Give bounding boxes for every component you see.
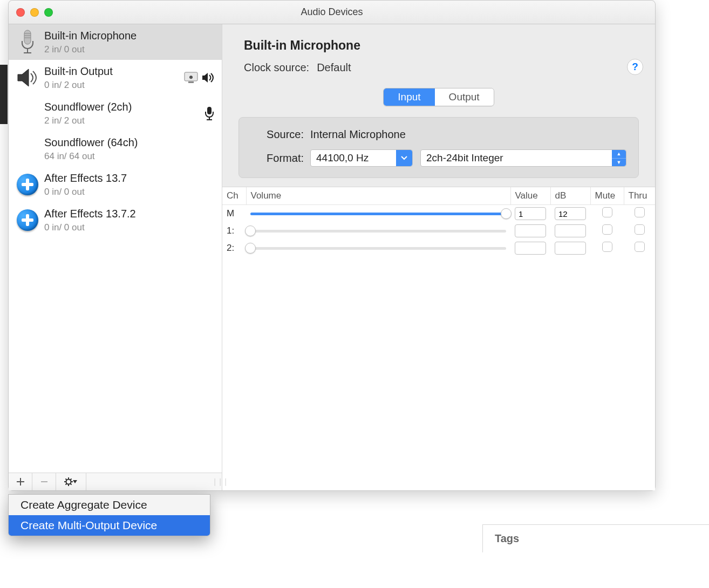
device-name: After Effects 13.7 — [44, 171, 216, 185]
svg-line-20 — [65, 478, 66, 480]
svg-rect-0 — [24, 30, 31, 44]
db-input-2[interactable] — [555, 242, 586, 255]
close-window-button[interactable] — [16, 8, 25, 17]
col-db: dB — [550, 187, 590, 205]
db-input-master[interactable] — [555, 207, 586, 220]
mute-checkbox-1[interactable] — [602, 224, 612, 235]
col-thru: Thru — [624, 187, 655, 205]
col-mute: Mute — [590, 187, 624, 205]
mute-checkbox-2[interactable] — [602, 242, 612, 252]
device-name: Built-in Microphone — [44, 29, 216, 43]
clock-source-value[interactable]: Default — [317, 61, 351, 74]
source-value[interactable]: Internal Microphone — [310, 128, 406, 141]
main-panel: Built-in Microphone Clock source: Defaul… — [222, 24, 655, 490]
minimize-window-button[interactable] — [30, 8, 39, 17]
content: Built-in Microphone 2 in/ 0 out Built-in… — [9, 24, 655, 490]
value-input-2[interactable] — [515, 242, 546, 255]
speaker-icon — [13, 63, 42, 92]
device-badges: ☻ — [184, 72, 216, 84]
source-format-panel: Source: Internal Microphone Format: 4410… — [238, 117, 639, 178]
system-output-icon: ☻ — [184, 72, 198, 84]
device-text: After Effects 13.7 0 in/ 0 out — [42, 171, 216, 198]
chevron-down-icon — [396, 150, 412, 166]
device-item-built-in-microphone[interactable]: Built-in Microphone 2 in/ 0 out — [9, 24, 222, 60]
device-text: Soundflower (64ch) 64 in/ 64 out — [42, 135, 216, 162]
format-row: Format: 44100,0 Hz 2ch-24bit Integer ▲▼ — [251, 149, 626, 167]
resize-grip-icon[interactable]: ⎹⎹⎹ — [211, 473, 222, 490]
volume-slider-1[interactable] — [250, 224, 506, 237]
background-strip — [0, 65, 8, 124]
window-controls — [16, 8, 53, 17]
window-title: Audio Devices — [9, 6, 655, 18]
db-input-1[interactable] — [555, 224, 586, 237]
device-text: Built-in Output 0 in/ 2 out — [42, 64, 184, 91]
device-item-after-effects-1372[interactable]: After Effects 13.7.2 0 in/ 0 out — [9, 202, 222, 238]
menu-item-create-aggregate[interactable]: Create Aggregate Device — [9, 495, 210, 515]
device-name: Soundflower (64ch) — [44, 135, 216, 149]
format-controls: 44100,0 Hz 2ch-24bit Integer ▲▼ — [310, 149, 626, 167]
device-text: Soundflower (2ch) 2 in/ 2 out — [42, 100, 204, 127]
device-item-after-effects-137[interactable]: After Effects 13.7 0 in/ 0 out — [9, 167, 222, 202]
channel-label: 2: — [222, 240, 246, 257]
device-text: After Effects 13.7.2 0 in/ 0 out — [42, 207, 216, 234]
thru-checkbox-2[interactable] — [635, 242, 645, 252]
device-title: Built-in Microphone — [244, 38, 639, 53]
thru-checkbox-1[interactable] — [635, 224, 645, 235]
tab-input[interactable]: Input — [384, 88, 434, 106]
device-badges — [204, 106, 216, 120]
device-io: 0 in/ 0 out — [44, 222, 216, 234]
col-volume: Volume — [246, 187, 510, 205]
bit-depth-select[interactable]: 2ch-24bit Integer ▲▼ — [420, 149, 626, 167]
device-item-soundflower-64ch[interactable]: Soundflower (64ch) 64 in/ 64 out — [9, 131, 222, 167]
device-sidebar: Built-in Microphone 2 in/ 0 out Built-in… — [9, 24, 222, 490]
device-item-built-in-output[interactable]: Built-in Output 0 in/ 2 out ☻ — [9, 60, 222, 95]
channel-label: M — [222, 205, 246, 223]
device-actions-button[interactable] — [56, 473, 86, 490]
device-io: 0 in/ 0 out — [44, 186, 216, 198]
blank-icon — [13, 99, 42, 128]
value-input-master[interactable] — [515, 207, 546, 220]
svg-rect-7 — [188, 81, 194, 83]
device-item-soundflower-2ch[interactable]: Soundflower (2ch) 2 in/ 2 out — [9, 95, 222, 131]
device-io: 0 in/ 2 out — [44, 79, 184, 91]
device-list: Built-in Microphone 2 in/ 0 out Built-in… — [9, 24, 222, 473]
svg-text:☻: ☻ — [188, 74, 194, 80]
sample-rate-select[interactable]: 44100,0 Hz — [310, 149, 413, 167]
add-device-button[interactable] — [9, 473, 32, 490]
svg-line-22 — [65, 484, 66, 485]
device-io: 2 in/ 2 out — [44, 115, 204, 127]
clock-source-row: Clock source: Default — [244, 61, 639, 74]
col-value: Value — [510, 187, 550, 205]
microphone-icon — [13, 28, 42, 57]
device-name: Built-in Output — [44, 64, 184, 78]
aggregate-icon — [13, 206, 42, 235]
channel-label: 1: — [222, 222, 246, 240]
sidebar-footer: ⎹⎹⎹ — [9, 473, 222, 490]
svg-point-15 — [66, 480, 71, 484]
io-tabs: Input Output — [222, 84, 655, 117]
sound-output-icon — [201, 72, 214, 83]
titlebar: Audio Devices — [9, 1, 655, 24]
volume-table: Ch Volume Value dB Mute Thru M — [222, 187, 655, 257]
svg-line-23 — [70, 478, 71, 480]
remove-device-button[interactable] — [32, 473, 56, 490]
volume-table-area: Ch Volume Value dB Mute Thru M — [222, 187, 655, 490]
segmented-control: Input Output — [383, 88, 494, 106]
device-io: 2 in/ 0 out — [44, 44, 216, 56]
finder-footer: Tags — [0, 524, 709, 552]
audio-devices-window: Audio Devices Built-in Mi — [8, 0, 656, 491]
blank-icon — [13, 134, 42, 163]
sample-rate-value: 44100,0 Hz — [311, 152, 396, 164]
volume-slider-2[interactable] — [250, 242, 506, 255]
thru-checkbox-master[interactable] — [635, 207, 645, 217]
device-name: After Effects 13.7.2 — [44, 207, 216, 221]
zoom-window-button[interactable] — [44, 8, 53, 17]
clock-source-label: Clock source: — [244, 61, 309, 74]
main-header: Built-in Microphone Clock source: Defaul… — [222, 24, 655, 84]
help-button[interactable]: ? — [627, 59, 643, 75]
mute-checkbox-master[interactable] — [602, 207, 612, 217]
value-input-1[interactable] — [515, 224, 546, 237]
tab-output[interactable]: Output — [435, 88, 494, 106]
volume-slider-master[interactable] — [250, 207, 506, 220]
input-device-icon — [204, 106, 214, 120]
